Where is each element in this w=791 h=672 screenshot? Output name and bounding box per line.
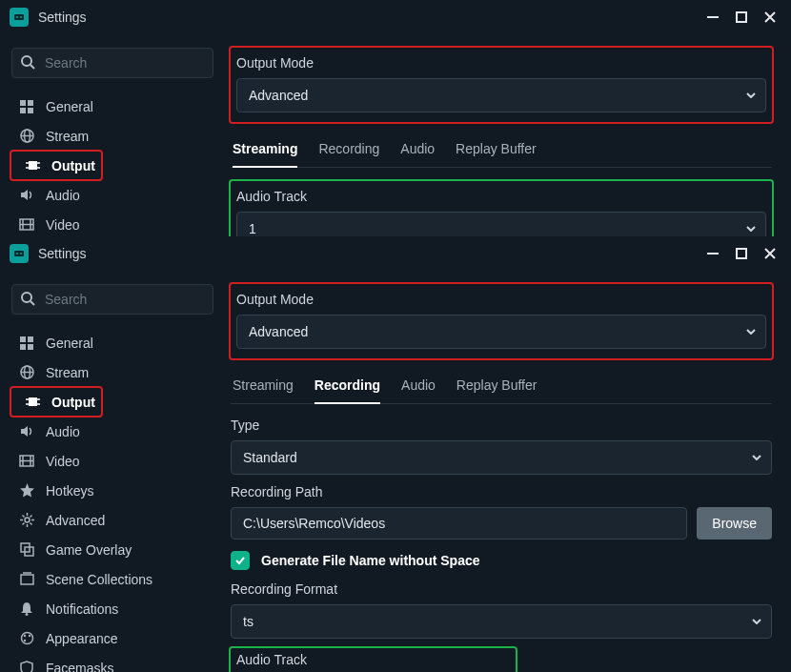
- type-select[interactable]: Standard: [231, 440, 772, 475]
- svg-rect-14: [29, 161, 37, 170]
- generate-filename-label: Generate File Name without Space: [261, 553, 480, 568]
- svg-point-28: [22, 293, 31, 302]
- svg-rect-26: [707, 253, 719, 255]
- settings-window-recording: Settings GeneralStreamOutputAudioVideoHo…: [0, 236, 791, 672]
- sidebar-item-label: Stream: [46, 129, 89, 144]
- audio-track-section: Audio Track 123456: [231, 648, 516, 672]
- sidebar-item-video[interactable]: Video: [11, 446, 213, 476]
- type-label: Type: [231, 417, 772, 433]
- close-icon[interactable]: [764, 11, 776, 23]
- app-icon: [10, 8, 29, 27]
- tabs: StreamingRecordingAudioReplay Buffer: [231, 135, 772, 168]
- sidebar-item-video[interactable]: Video: [11, 210, 213, 239]
- tab-replay-buffer[interactable]: Replay Buffer: [456, 135, 537, 167]
- audio-track-label: Audio Track: [236, 189, 766, 204]
- output-mode-select[interactable]: Advanced: [236, 315, 766, 349]
- sidebar-item-label: Scene Collections: [46, 572, 152, 587]
- svg-rect-49: [21, 575, 33, 584]
- svg-point-25: [20, 253, 22, 255]
- settings-window-streaming: Settings GeneralStreamOutputAudioVideo O…: [0, 0, 791, 236]
- recording-path-label: Recording Path: [231, 484, 772, 499]
- recording-format-select[interactable]: ts: [231, 604, 772, 639]
- tab-audio[interactable]: Audio: [400, 135, 435, 167]
- sidebar-item-label: Advanced: [46, 513, 105, 528]
- sidebar-item-facemasks[interactable]: Facemasks: [11, 653, 213, 672]
- sidebar-item-stream[interactable]: Stream: [11, 357, 213, 387]
- svg-rect-30: [20, 336, 26, 342]
- svg-point-5: [22, 56, 31, 66]
- tab-streaming[interactable]: Streaming: [233, 135, 297, 168]
- sidebar-item-label: Output: [51, 158, 95, 173]
- sidebar: GeneralStreamOutputAudioVideoHotkeysAdva…: [0, 271, 225, 672]
- output-mode-value: Advanced: [249, 88, 308, 103]
- chip-icon: [21, 395, 44, 409]
- sidebar-item-stream[interactable]: Stream: [11, 121, 213, 151]
- svg-rect-8: [28, 100, 33, 106]
- svg-rect-0: [14, 14, 24, 20]
- svg-rect-31: [28, 336, 33, 342]
- browse-button[interactable]: Browse: [697, 507, 772, 540]
- chevron-down-icon: [752, 455, 761, 460]
- minimize-icon[interactable]: [707, 248, 719, 259]
- sidebar-item-audio[interactable]: Audio: [11, 417, 213, 446]
- output-mode-select[interactable]: Advanced: [236, 78, 766, 112]
- output-mode-section: Output Mode Advanced: [231, 48, 772, 122]
- sidebar-item-appearance[interactable]: Appearance: [11, 623, 213, 653]
- tab-recording[interactable]: Recording: [318, 135, 379, 167]
- titlebar: Settings: [0, 236, 791, 271]
- minimize-icon[interactable]: [707, 11, 719, 23]
- sidebar-item-label: Audio: [46, 424, 80, 439]
- maximize-icon[interactable]: [736, 248, 747, 259]
- chevron-down-icon: [746, 329, 756, 335]
- tab-streaming[interactable]: Streaming: [233, 372, 294, 403]
- sidebar-item-output[interactable]: Output: [11, 387, 213, 417]
- chip-icon: [21, 158, 44, 173]
- tabs: StreamingRecordingAudioReplay Buffer: [231, 372, 772, 404]
- output-mode-label: Output Mode: [236, 292, 766, 307]
- appearance-icon: [15, 631, 38, 645]
- globe-icon: [15, 129, 38, 143]
- recording-path-input[interactable]: [231, 507, 687, 540]
- search-icon: [20, 54, 35, 70]
- tab-audio[interactable]: Audio: [401, 372, 436, 403]
- svg-rect-32: [20, 344, 26, 350]
- generate-filename-checkbox[interactable]: [231, 551, 250, 570]
- close-icon[interactable]: [764, 248, 776, 259]
- sidebar-item-audio[interactable]: Audio: [11, 180, 213, 210]
- tab-recording[interactable]: Recording: [314, 372, 380, 404]
- svg-point-52: [23, 635, 25, 637]
- sidebar-item-hotkeys[interactable]: Hotkeys: [11, 476, 213, 505]
- sidebar-item-general[interactable]: General: [11, 92, 213, 121]
- sidebar-item-label: Hotkeys: [46, 483, 94, 499]
- svg-point-51: [21, 633, 32, 644]
- sidebar-item-label: Appearance: [46, 631, 118, 646]
- generate-filename-row[interactable]: Generate File Name without Space: [231, 551, 772, 570]
- svg-rect-9: [20, 108, 26, 113]
- overlay-icon: [15, 542, 38, 557]
- maximize-icon[interactable]: [736, 11, 747, 23]
- svg-rect-3: [707, 16, 719, 18]
- sidebar-item-general[interactable]: General: [11, 328, 213, 357]
- sidebar-item-game-overlay[interactable]: Game Overlay: [11, 535, 213, 564]
- output-mode-value: Advanced: [249, 324, 308, 339]
- svg-point-53: [28, 635, 30, 637]
- search-icon: [20, 291, 35, 306]
- tab-replay-buffer[interactable]: Replay Buffer: [456, 372, 537, 403]
- audio-track-value: 1: [249, 221, 256, 236]
- svg-rect-10: [28, 108, 33, 113]
- main-panel: Output Mode Advanced StreamingRecordingA…: [225, 271, 791, 672]
- sidebar-item-label: Stream: [46, 365, 89, 380]
- search-input[interactable]: [11, 48, 213, 78]
- svg-line-29: [30, 301, 34, 305]
- sidebar-item-scene-collections[interactable]: Scene Collections: [11, 564, 213, 594]
- sidebar-item-output[interactable]: Output: [11, 151, 213, 180]
- svg-rect-4: [737, 12, 746, 22]
- film-icon: [15, 218, 38, 231]
- search-input[interactable]: [11, 284, 213, 315]
- svg-rect-7: [20, 100, 26, 106]
- sidebar-item-advanced[interactable]: Advanced: [11, 505, 213, 535]
- mask-icon: [15, 661, 38, 672]
- output-mode-section: Output Mode Advanced: [231, 284, 772, 358]
- sidebar-item-notifications[interactable]: Notifications: [11, 594, 213, 623]
- audio-track-label: Audio Track: [236, 652, 506, 667]
